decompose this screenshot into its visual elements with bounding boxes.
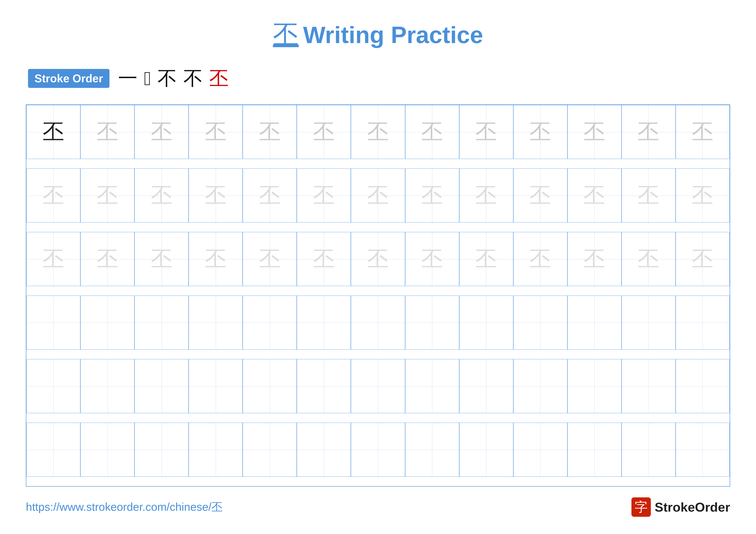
grid-cell-r2-c10[interactable]: 丕 [567, 232, 622, 286]
cell-char: 丕 [638, 181, 659, 210]
grid-cell-r3-c7[interactable] [405, 295, 459, 350]
grid-cell-r4-c11[interactable] [622, 359, 676, 413]
grid-cell-r1-c11[interactable]: 丕 [622, 168, 676, 222]
grid-cell-r0-c12[interactable]: 丕 [676, 105, 730, 159]
grid-cell-r0-c0[interactable]: 丕 [26, 105, 80, 159]
grid-cell-r1-c4[interactable]: 丕 [243, 168, 297, 222]
grid-cell-r5-c8[interactable] [459, 423, 513, 477]
stroke-order-row: Stroke Order 一 𠄌 不 不 丕 [26, 65, 730, 91]
grid-cell-r2-c4[interactable]: 丕 [243, 232, 297, 286]
grid-cell-r5-c6[interactable] [351, 423, 405, 477]
grid-cell-r4-c5[interactable] [297, 359, 351, 413]
grid-cell-r4-c9[interactable] [513, 359, 567, 413]
grid-cell-r4-c2[interactable] [134, 359, 189, 413]
cell-char: 丕 [367, 117, 389, 146]
cell-char: 丕 [529, 117, 551, 146]
cell-char: 丕 [313, 244, 335, 273]
grid-cell-r3-c4[interactable] [243, 295, 297, 350]
grid-cell-r1-c2[interactable]: 丕 [134, 168, 189, 222]
cell-char: 丕 [97, 181, 118, 210]
grid-cell-r0-c7[interactable]: 丕 [405, 105, 459, 159]
grid-cell-r3-c3[interactable] [189, 295, 243, 350]
grid-cell-r2-c3[interactable]: 丕 [189, 232, 243, 286]
practice-grid[interactable]: 丕丕丕丕丕丕丕丕丕丕丕丕丕丕丕丕丕丕丕丕丕丕丕丕丕丕丕丕丕丕丕丕丕丕丕丕丕丕丕 [26, 105, 730, 487]
grid-cell-r4-c0[interactable] [26, 359, 80, 413]
grid-cell-r5-c4[interactable] [243, 423, 297, 477]
grid-cell-r2-c9[interactable]: 丕 [513, 232, 567, 286]
grid-cell-r2-c5[interactable]: 丕 [297, 232, 351, 286]
grid-cell-r5-c5[interactable] [297, 423, 351, 477]
grid-cell-r1-c6[interactable]: 丕 [351, 168, 405, 222]
grid-cell-r4-c12[interactable] [676, 359, 730, 413]
logo-char: 字 [635, 498, 648, 516]
title-chinese-char: 丕 [273, 17, 299, 52]
grid-cell-r3-c0[interactable] [26, 295, 80, 350]
footer: https://www.strokeorder.com/chinese/丕 字 … [26, 497, 730, 517]
grid-cell-r0-c1[interactable]: 丕 [80, 105, 134, 159]
grid-cell-r3-c5[interactable] [297, 295, 351, 350]
grid-cell-r3-c12[interactable] [676, 295, 730, 350]
grid-cell-r4-c10[interactable] [567, 359, 622, 413]
grid-cell-r2-c7[interactable]: 丕 [405, 232, 459, 286]
grid-cell-r4-c3[interactable] [189, 359, 243, 413]
grid-cell-r1-c9[interactable]: 丕 [513, 168, 567, 222]
grid-cell-r5-c1[interactable] [80, 423, 134, 477]
grid-cell-r1-c8[interactable]: 丕 [459, 168, 513, 222]
stroke-3: 不 [157, 65, 177, 91]
stroke-4: 不 [183, 65, 203, 91]
grid-cell-r2-c0[interactable]: 丕 [26, 232, 80, 286]
grid-cell-r0-c3[interactable]: 丕 [189, 105, 243, 159]
grid-cell-r4-c7[interactable] [405, 359, 459, 413]
grid-cell-r3-c6[interactable] [351, 295, 405, 350]
grid-cell-r5-c2[interactable] [134, 423, 189, 477]
grid-cell-r0-c11[interactable]: 丕 [622, 105, 676, 159]
grid-cell-r5-c3[interactable] [189, 423, 243, 477]
grid-cell-r1-c10[interactable]: 丕 [567, 168, 622, 222]
grid-cell-r5-c10[interactable] [567, 423, 622, 477]
grid-cell-r0-c8[interactable]: 丕 [459, 105, 513, 159]
cell-char: 丕 [475, 117, 497, 146]
grid-cell-r5-c12[interactable] [676, 423, 730, 477]
grid-cell-r5-c9[interactable] [513, 423, 567, 477]
grid-cell-r4-c1[interactable] [80, 359, 134, 413]
grid-cell-r3-c1[interactable] [80, 295, 134, 350]
grid-cell-r0-c9[interactable]: 丕 [513, 105, 567, 159]
grid-cell-r2-c8[interactable]: 丕 [459, 232, 513, 286]
grid-cell-r3-c8[interactable] [459, 295, 513, 350]
grid-cell-r3-c9[interactable] [513, 295, 567, 350]
grid-cell-r4-c4[interactable] [243, 359, 297, 413]
grid-cell-r0-c10[interactable]: 丕 [567, 105, 622, 159]
grid-cell-r3-c11[interactable] [622, 295, 676, 350]
grid-cell-r0-c6[interactable]: 丕 [351, 105, 405, 159]
grid-cell-r5-c7[interactable] [405, 423, 459, 477]
grid-cell-r2-c2[interactable]: 丕 [134, 232, 189, 286]
grid-cell-r5-c11[interactable] [622, 423, 676, 477]
grid-cell-r2-c12[interactable]: 丕 [676, 232, 730, 286]
grid-cell-r3-c2[interactable] [134, 295, 189, 350]
page-title: Writing Practice [303, 21, 483, 48]
grid-cell-r3-c10[interactable] [567, 295, 622, 350]
stroke-2: 𠄌 [144, 67, 151, 89]
grid-cell-r5-c0[interactable] [26, 423, 80, 477]
cell-char: 丕 [97, 244, 118, 273]
grid-cell-r4-c6[interactable] [351, 359, 405, 413]
cell-char: 丕 [151, 181, 173, 210]
grid-cell-r1-c1[interactable]: 丕 [80, 168, 134, 222]
grid-cell-r2-c11[interactable]: 丕 [622, 232, 676, 286]
grid-cell-r1-c0[interactable]: 丕 [26, 168, 80, 222]
grid-cell-r0-c4[interactable]: 丕 [243, 105, 297, 159]
cell-char: 丕 [151, 244, 173, 273]
title-row: 丕 Writing Practice [26, 17, 730, 52]
cell-char: 丕 [421, 181, 443, 210]
grid-cell-r0-c2[interactable]: 丕 [134, 105, 189, 159]
cell-char: 丕 [43, 244, 64, 273]
grid-cell-r1-c3[interactable]: 丕 [189, 168, 243, 222]
grid-cell-r4-c8[interactable] [459, 359, 513, 413]
grid-cell-r1-c5[interactable]: 丕 [297, 168, 351, 222]
grid-cell-r2-c6[interactable]: 丕 [351, 232, 405, 286]
grid-cell-r2-c1[interactable]: 丕 [80, 232, 134, 286]
grid-cell-r1-c12[interactable]: 丕 [676, 168, 730, 222]
grid-cell-r1-c7[interactable]: 丕 [405, 168, 459, 222]
grid-cell-r0-c5[interactable]: 丕 [297, 105, 351, 159]
cell-char: 丕 [529, 181, 551, 210]
